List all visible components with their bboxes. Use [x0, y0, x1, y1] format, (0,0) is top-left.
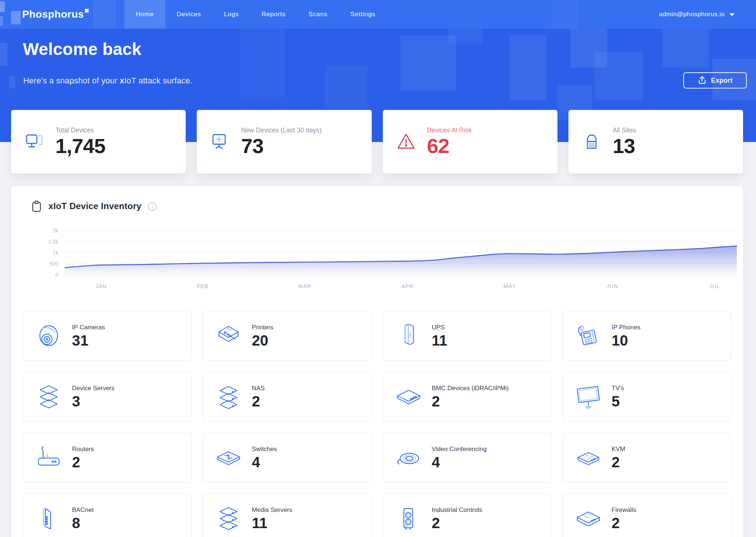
device-label: BACnet [72, 506, 94, 514]
svg-text:1.5k: 1.5k [48, 239, 59, 245]
bacnet-icon [33, 504, 65, 533]
user-email: admin@phosphorus.io [659, 11, 725, 18]
device-count: 4 [432, 455, 487, 470]
device-count: 8 [72, 516, 94, 530]
nav-item-devices[interactable]: Devices [165, 0, 213, 29]
device-label: IP Cameras [72, 324, 105, 331]
device-card-video-conferencing[interactable]: Video Conferencing 4 [383, 433, 551, 482]
device-inventory-chart: 05001k1.5k2kJANFEBMARAPRMAYJUNJUL [32, 226, 741, 292]
nav-item-reports[interactable]: Reports [250, 0, 297, 29]
device-label: Video Conferencing [432, 446, 487, 453]
device-label: Device Servers [72, 385, 114, 392]
user-menu[interactable]: admin@phosphorus.io [659, 0, 735, 29]
svg-text:2k: 2k [53, 228, 59, 233]
device-label: IP Phones [612, 324, 640, 331]
device-label: BMC Devices (iDRAC/iPMi) [432, 385, 509, 392]
device-count: 31 [72, 333, 105, 348]
svg-text:JUL: JUL [709, 283, 720, 289]
nav-item-scans[interactable]: Scans [297, 0, 339, 29]
brand-name: Phosphorus [22, 8, 84, 20]
device-count: 4 [252, 455, 277, 470]
svg-text:0: 0 [55, 272, 58, 278]
device-count: 2 [432, 394, 509, 409]
device-card-ip-phones[interactable]: IP Phones 10 [563, 311, 731, 361]
device-card-kvm[interactable]: KVM 2 [563, 433, 731, 482]
device-label: TV's [612, 385, 624, 392]
stat-label: Total Devices [55, 127, 105, 134]
device-card-bacnet[interactable]: BACnet 8 [23, 493, 192, 537]
nav-item-home[interactable]: Home [124, 0, 165, 29]
device-count: 5 [612, 394, 624, 409]
device-card-nas[interactable]: NAS 2 [203, 372, 371, 422]
export-button-label: Export [711, 77, 733, 84]
switch-icon [213, 443, 244, 472]
device-label: KVM [612, 446, 625, 453]
device-card-ups[interactable]: UPS 11 [383, 311, 551, 361]
device-card-routers[interactable]: Routers 2 [23, 433, 192, 482]
stat-card-devices-at-risk[interactable]: Devices At Risk 62 [383, 110, 557, 173]
device-label: Printers [252, 324, 274, 331]
stat-card-total-devices[interactable]: Total Devices 1,745 [11, 110, 186, 173]
nav-item-logs[interactable]: Logs [213, 0, 250, 29]
device-card-device-servers[interactable]: Device Servers 3 [23, 372, 192, 422]
device-label: Firewalls [612, 506, 636, 514]
stat-value: 13 [613, 135, 636, 157]
top-nav: Phosphorus HomeDevicesLogsReportsScansSe… [0, 0, 756, 29]
total-devices-icon [23, 131, 46, 152]
svg-text:FEB: FEB [197, 283, 209, 289]
device-label: Switches [252, 446, 277, 453]
export-button[interactable]: Export [683, 72, 747, 89]
new-devices-icon [209, 131, 231, 152]
stat-card-all-sites[interactable]: All Sites 13 [568, 110, 743, 173]
device-count: 2 [252, 394, 265, 409]
stat-value: 73 [241, 135, 322, 157]
video-conference-icon [393, 443, 425, 472]
svg-text:JUN: JUN [606, 283, 618, 289]
clipboard-icon [31, 200, 42, 212]
device-card-bmc-devices-idrac-ipmi[interactable]: BMC Devices (iDRAC/iPMi) 2 [383, 372, 551, 422]
router-icon [33, 443, 65, 472]
device-card-media-servers[interactable]: Media Servers 11 [203, 493, 371, 537]
panel-title: xIoT Device Inventory [48, 201, 141, 211]
nav-item-settings[interactable]: Settings [339, 0, 387, 29]
device-card-tv-s[interactable]: TV's 5 [563, 372, 731, 422]
device-label: Industrial Controls [432, 506, 482, 514]
stat-value: 1,745 [55, 135, 105, 157]
upload-icon [697, 75, 707, 85]
device-card-switches[interactable]: Switches 4 [203, 433, 371, 482]
stat-card-new-devices-last-30-days[interactable]: New Devices (Last 30 days) 73 [197, 110, 371, 173]
nas-icon [213, 382, 244, 412]
stat-value: 62 [427, 135, 472, 157]
chevron-down-icon [729, 13, 735, 16]
device-count: 2 [432, 516, 482, 530]
printer-icon [213, 321, 244, 351]
stat-label: Devices At Risk [427, 127, 472, 134]
device-card-printers[interactable]: Printers 20 [203, 311, 371, 361]
ip-phone-icon [573, 321, 604, 351]
stat-label: New Devices (Last 30 days) [241, 127, 322, 134]
device-label: NAS [252, 385, 265, 392]
device-count: 11 [432, 333, 447, 348]
firewall-icon [573, 504, 604, 533]
device-count: 2 [612, 516, 636, 530]
device-count: 11 [252, 516, 292, 530]
svg-text:APR: APR [401, 283, 413, 289]
info-icon[interactable] [148, 202, 157, 211]
stats-row: Total Devices 1,745 New Devices (Last 30… [11, 110, 743, 173]
sites-icon [580, 131, 603, 152]
brand-logo[interactable]: Phosphorus [22, 0, 89, 29]
device-card-ip-cameras[interactable]: IP Cameras 31 [23, 311, 192, 361]
device-label: Routers [72, 446, 94, 453]
device-card-industrial-controls[interactable]: Industrial Controls 2 [383, 493, 551, 537]
device-label: Media Servers [252, 506, 292, 514]
page-subtitle: Here's a snapshot of your xIoT attack su… [23, 76, 192, 86]
nav-menu: HomeDevicesLogsReportsScansSettings [124, 0, 387, 29]
svg-text:MAR: MAR [298, 283, 312, 289]
device-count: 10 [612, 333, 640, 348]
svg-text:500: 500 [49, 261, 58, 267]
alert-triangle-icon [395, 131, 417, 152]
page-title: Welcome back [23, 39, 141, 59]
bmc-icon [393, 382, 425, 412]
device-card-firewalls[interactable]: Firewalls 2 [563, 493, 731, 537]
svg-text:MAY: MAY [504, 283, 516, 289]
